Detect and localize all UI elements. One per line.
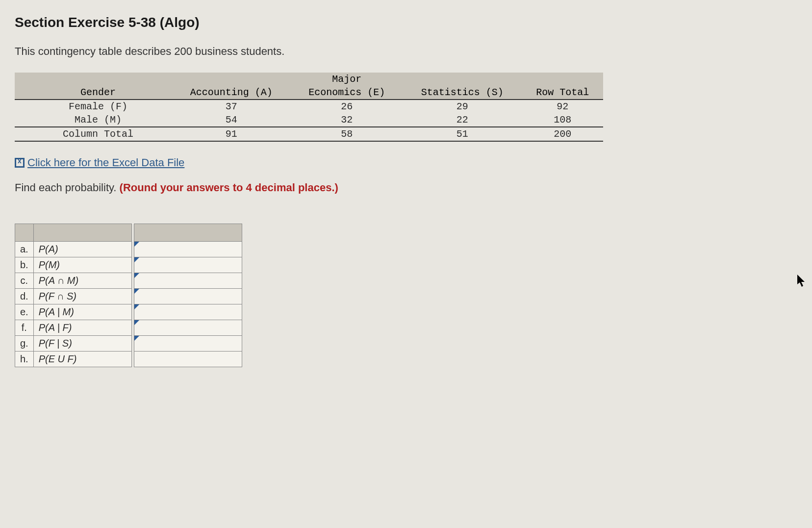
answer-letter: e. (15, 304, 34, 320)
answer-label: P(F | S) (33, 336, 131, 352)
cursor-icon (797, 275, 806, 287)
col-economics: Economics (E) (291, 86, 403, 100)
exercise-description: This contingency table describes 200 bus… (15, 45, 797, 58)
answer-letter: b. (15, 257, 34, 273)
answer-row: h.P(E U F) (15, 352, 242, 367)
cell-f-total: 92 (522, 100, 603, 113)
col-row-total: Row Total (522, 86, 603, 100)
input-marker-icon (134, 304, 139, 309)
input-marker-icon (134, 289, 139, 294)
row-coltotal-label: Column Total (15, 127, 172, 141)
answer-row: g.P(F | S) (15, 336, 242, 352)
answer-letter: f. (15, 320, 34, 336)
major-header: Major (291, 73, 403, 86)
answer-table: a.P(A)b.P(M)c.P(A ∩ M)d.P(F ∩ S)e.P(A | … (15, 224, 242, 367)
cell-m-total: 108 (522, 113, 603, 127)
excel-icon (15, 158, 25, 168)
answer-label: P(A ∩ M) (33, 273, 131, 289)
instruction-text: Find each probability. (Round your answe… (15, 181, 797, 194)
answer-input-cell[interactable] (134, 242, 242, 257)
row-female-label: Female (F) (15, 100, 172, 113)
cell-total-e: 58 (291, 127, 403, 141)
cell-f-e: 26 (291, 100, 403, 113)
row-male-label: Male (M) (15, 113, 172, 127)
instruction-emphasis: (Round your answers to 4 decimal places.… (120, 181, 338, 194)
answer-label: P(A | F) (33, 320, 131, 336)
answer-input-cell[interactable] (134, 257, 242, 273)
answer-input-cell[interactable] (134, 336, 242, 352)
input-marker-icon (134, 336, 139, 341)
gender-header: Gender (15, 86, 172, 100)
answer-letter: g. (15, 336, 34, 352)
excel-file-link[interactable]: Click here for the Excel Data File (15, 156, 184, 169)
answer-row: e.P(A | M) (15, 304, 242, 320)
cell-f-a: 37 (172, 100, 291, 113)
answer-label: P(A | M) (33, 304, 131, 320)
answer-row: f.P(A | F) (15, 320, 242, 336)
answer-row: a.P(A) (15, 242, 242, 257)
input-marker-icon (134, 320, 139, 325)
answer-letter: c. (15, 273, 34, 289)
excel-link-text: Click here for the Excel Data File (27, 156, 184, 169)
answer-input-cell[interactable] (134, 289, 242, 304)
answer-label: P(E U F) (33, 352, 131, 367)
answer-input-cell[interactable] (134, 273, 242, 289)
col-statistics: Statistics (S) (403, 86, 522, 100)
answer-row: d.P(F ∩ S) (15, 289, 242, 304)
answer-input-cell[interactable] (134, 352, 242, 367)
answer-rows: a.P(A)b.P(M)c.P(A ∩ M)d.P(F ∩ S)e.P(A | … (15, 242, 242, 367)
answer-label: P(M) (33, 257, 131, 273)
answer-letter: d. (15, 289, 34, 304)
answer-input-cell[interactable] (134, 320, 242, 336)
answer-label: P(A) (33, 242, 131, 257)
page-title: Section Exercise 5-38 (Algo) (15, 15, 797, 30)
cell-f-s: 29 (403, 100, 522, 113)
input-marker-icon (134, 242, 139, 247)
answer-letter: a. (15, 242, 34, 257)
cell-m-s: 22 (403, 113, 522, 127)
input-marker-icon (134, 273, 139, 278)
input-marker-icon (134, 257, 139, 262)
cell-m-a: 54 (172, 113, 291, 127)
contingency-table: Major Gender Accounting (A) Economics (E… (15, 73, 603, 142)
cell-total-s: 51 (403, 127, 522, 141)
col-accounting: Accounting (A) (172, 86, 291, 100)
cell-m-e: 32 (291, 113, 403, 127)
answer-letter: h. (15, 352, 34, 367)
answer-input-cell[interactable] (134, 304, 242, 320)
answer-label: P(F ∩ S) (33, 289, 131, 304)
answer-row: b.P(M) (15, 257, 242, 273)
cell-grand-total: 200 (522, 127, 603, 141)
cell-total-a: 91 (172, 127, 291, 141)
answer-row: c.P(A ∩ M) (15, 273, 242, 289)
